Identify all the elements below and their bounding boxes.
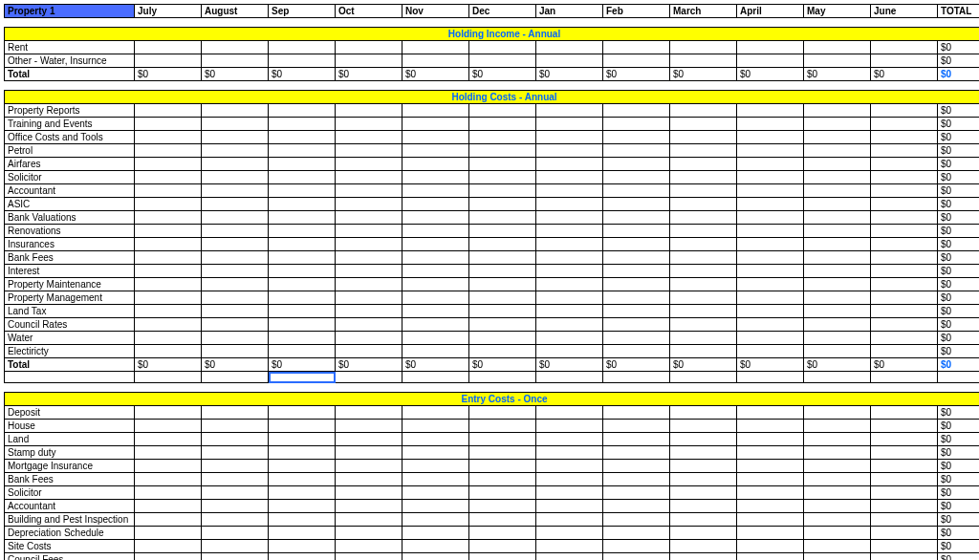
blank-cell[interactable] xyxy=(871,372,938,383)
data-cell[interactable] xyxy=(402,41,469,54)
data-cell[interactable] xyxy=(202,500,269,513)
data-cell[interactable] xyxy=(469,513,536,527)
data-cell[interactable] xyxy=(469,553,536,561)
month-header-7[interactable]: Feb xyxy=(603,5,670,18)
data-cell[interactable] xyxy=(603,527,670,540)
data-cell[interactable] xyxy=(871,184,938,198)
data-cell[interactable] xyxy=(737,238,804,251)
data-cell[interactable] xyxy=(871,513,938,527)
data-cell[interactable] xyxy=(804,131,871,144)
data-cell[interactable] xyxy=(737,198,804,211)
data-cell[interactable] xyxy=(670,211,737,225)
data-cell[interactable] xyxy=(804,144,871,158)
data-cell[interactable] xyxy=(804,118,871,131)
data-cell[interactable] xyxy=(469,291,536,305)
data-cell[interactable] xyxy=(871,131,938,144)
data-cell[interactable] xyxy=(336,406,402,420)
blank-cell[interactable] xyxy=(670,372,737,383)
data-cell[interactable] xyxy=(737,225,804,238)
data-cell[interactable] xyxy=(469,251,536,265)
data-cell[interactable] xyxy=(670,158,737,171)
data-cell[interactable] xyxy=(670,513,737,527)
data-cell[interactable] xyxy=(269,553,336,561)
data-cell[interactable] xyxy=(603,211,670,225)
data-cell[interactable] xyxy=(269,144,336,158)
data-cell[interactable] xyxy=(804,278,871,291)
data-cell[interactable] xyxy=(269,131,336,144)
data-cell[interactable] xyxy=(135,198,202,211)
data-cell[interactable] xyxy=(804,318,871,332)
data-cell[interactable] xyxy=(737,41,804,54)
blank-cell[interactable] xyxy=(737,372,804,383)
data-cell[interactable] xyxy=(536,238,603,251)
data-cell[interactable] xyxy=(402,131,469,144)
data-cell[interactable] xyxy=(536,460,603,473)
data-cell[interactable] xyxy=(603,332,670,345)
data-cell[interactable] xyxy=(469,211,536,225)
total-cell[interactable]: $0 xyxy=(402,68,469,81)
data-cell[interactable] xyxy=(536,171,603,184)
blank-cell[interactable] xyxy=(804,372,871,383)
data-cell[interactable] xyxy=(737,553,804,561)
data-cell[interactable] xyxy=(737,486,804,500)
blank-cell[interactable] xyxy=(469,372,536,383)
data-cell[interactable] xyxy=(670,54,737,68)
data-cell[interactable] xyxy=(202,291,269,305)
data-cell[interactable] xyxy=(336,291,402,305)
data-cell[interactable] xyxy=(202,446,269,460)
blank-cell[interactable] xyxy=(336,372,402,383)
data-cell[interactable] xyxy=(269,54,336,68)
data-cell[interactable] xyxy=(202,332,269,345)
data-cell[interactable] xyxy=(336,104,402,118)
data-cell[interactable] xyxy=(536,540,603,553)
data-cell[interactable] xyxy=(202,158,269,171)
data-cell[interactable] xyxy=(603,54,670,68)
data-cell[interactable] xyxy=(469,171,536,184)
data-cell[interactable] xyxy=(804,198,871,211)
data-cell[interactable] xyxy=(804,540,871,553)
data-cell[interactable] xyxy=(135,278,202,291)
blank-cell[interactable] xyxy=(5,372,135,383)
data-cell[interactable] xyxy=(670,345,737,358)
data-cell[interactable] xyxy=(670,171,737,184)
data-cell[interactable] xyxy=(135,420,202,433)
data-cell[interactable] xyxy=(402,184,469,198)
data-cell[interactable] xyxy=(871,473,938,486)
data-cell[interactable] xyxy=(670,446,737,460)
data-cell[interactable] xyxy=(737,278,804,291)
data-cell[interactable] xyxy=(737,318,804,332)
month-header-8[interactable]: March xyxy=(670,5,737,18)
data-cell[interactable] xyxy=(737,305,804,318)
data-cell[interactable] xyxy=(804,291,871,305)
data-cell[interactable] xyxy=(135,473,202,486)
data-cell[interactable] xyxy=(871,198,938,211)
data-cell[interactable] xyxy=(737,251,804,265)
data-cell[interactable] xyxy=(737,104,804,118)
data-cell[interactable] xyxy=(135,158,202,171)
data-cell[interactable] xyxy=(536,225,603,238)
data-cell[interactable] xyxy=(202,211,269,225)
data-cell[interactable] xyxy=(135,406,202,420)
data-cell[interactable] xyxy=(603,225,670,238)
data-cell[interactable] xyxy=(804,345,871,358)
data-cell[interactable] xyxy=(670,184,737,198)
data-cell[interactable] xyxy=(269,433,336,446)
data-cell[interactable] xyxy=(603,540,670,553)
data-cell[interactable] xyxy=(202,513,269,527)
data-cell[interactable] xyxy=(269,513,336,527)
data-cell[interactable] xyxy=(871,54,938,68)
data-cell[interactable] xyxy=(202,527,269,540)
data-cell[interactable] xyxy=(469,318,536,332)
data-cell[interactable] xyxy=(871,486,938,500)
data-cell[interactable] xyxy=(402,291,469,305)
total-cell[interactable]: $0 xyxy=(135,68,202,81)
data-cell[interactable] xyxy=(135,345,202,358)
month-header-2[interactable]: Sep xyxy=(269,5,336,18)
data-cell[interactable] xyxy=(135,225,202,238)
data-cell[interactable] xyxy=(469,54,536,68)
data-cell[interactable] xyxy=(469,345,536,358)
data-cell[interactable] xyxy=(135,104,202,118)
data-cell[interactable] xyxy=(536,265,603,278)
month-header-9[interactable]: April xyxy=(737,5,804,18)
data-cell[interactable] xyxy=(402,500,469,513)
